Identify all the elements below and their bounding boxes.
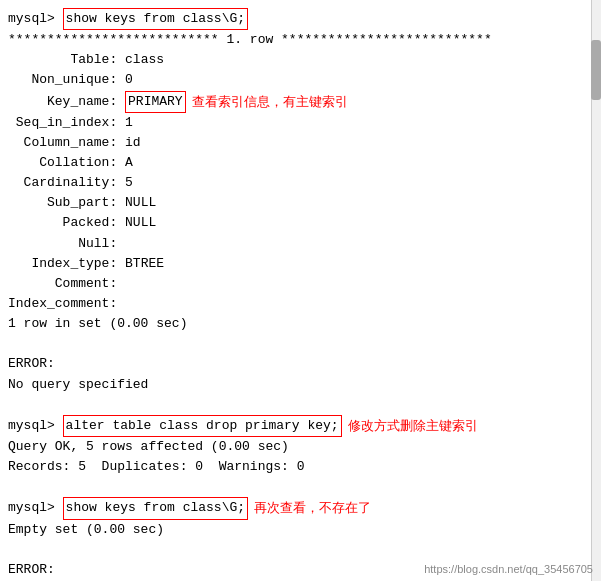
annotation-primary: 查看索引信息，有主键索引 bbox=[192, 92, 348, 112]
field-non-unique: Non_unique: 0 bbox=[8, 70, 598, 90]
field-packed: Packed: NULL bbox=[8, 213, 598, 233]
cmd-box-2: alter table class drop primary key; bbox=[63, 415, 342, 437]
field-index-comment: Index_comment: bbox=[8, 294, 598, 314]
prompt-3: mysql> bbox=[8, 498, 63, 518]
scrollbar-thumb[interactable] bbox=[591, 40, 601, 100]
stars-text: *************************** 1. row *****… bbox=[8, 30, 492, 50]
annotation-check: 再次查看，不存在了 bbox=[254, 498, 371, 518]
scrollbar[interactable] bbox=[591, 0, 601, 581]
error-1: ERROR: bbox=[8, 354, 598, 374]
key-name-value: PRIMARY bbox=[125, 91, 186, 113]
command-line-3: mysql> show keys from class\G;再次查看，不存在了 bbox=[8, 497, 598, 519]
query-ok: Query OK, 5 rows affected (0.00 sec) bbox=[8, 437, 598, 457]
empty-set: Empty set (0.00 sec) bbox=[8, 520, 598, 540]
terminal-content: mysql> show keys from class\G; *********… bbox=[8, 8, 598, 581]
field-table: Table: class bbox=[8, 50, 598, 70]
field-subpart: Sub_part: NULL bbox=[8, 193, 598, 213]
field-column: Column_name: id bbox=[8, 133, 598, 153]
terminal: mysql> show keys from class\G; *********… bbox=[0, 0, 601, 581]
field-comment: Comment: bbox=[8, 274, 598, 294]
cmd-box-3: show keys from class\G; bbox=[63, 497, 248, 519]
row-count: 1 row in set (0.00 sec) bbox=[8, 314, 598, 334]
field-key-name: Key_name: PRIMARY查看索引信息，有主键索引 bbox=[8, 91, 598, 113]
field-index-type: Index_type: BTREE bbox=[8, 254, 598, 274]
command-line-2: mysql> alter table class drop primary ke… bbox=[8, 415, 598, 437]
field-cardinality: Cardinality: 5 bbox=[8, 173, 598, 193]
field-null: Null: bbox=[8, 234, 598, 254]
watermark: https://blog.csdn.net/qq_35456705 bbox=[424, 563, 593, 575]
no-query-1: No query specified bbox=[8, 375, 598, 395]
command-line-1: mysql> show keys from class\G; bbox=[8, 8, 598, 30]
stars-line: *************************** 1. row *****… bbox=[8, 30, 598, 50]
empty-2 bbox=[8, 395, 598, 415]
empty-4 bbox=[8, 540, 598, 560]
prompt-1: mysql> bbox=[8, 9, 63, 29]
field-collation: Collation: A bbox=[8, 153, 598, 173]
field-seq: Seq_in_index: 1 bbox=[8, 113, 598, 133]
empty-1 bbox=[8, 334, 598, 354]
prompt-2: mysql> bbox=[8, 416, 63, 436]
records: Records: 5 Duplicates: 0 Warnings: 0 bbox=[8, 457, 598, 477]
empty-3 bbox=[8, 477, 598, 497]
cmd-box-1: show keys from class\G; bbox=[63, 8, 248, 30]
annotation-drop: 修改方式删除主键索引 bbox=[348, 416, 478, 436]
